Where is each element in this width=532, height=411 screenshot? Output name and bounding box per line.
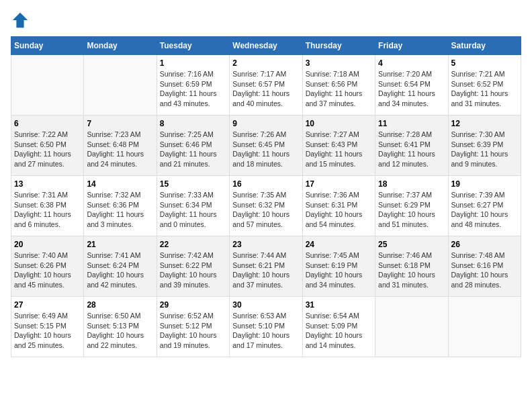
column-header-thursday: Thursday bbox=[302, 37, 375, 55]
calendar-cell: 3Sunrise: 7:18 AM Sunset: 6:56 PM Daylig… bbox=[302, 55, 375, 116]
day-info: Sunrise: 7:18 AM Sunset: 6:56 PM Dayligh… bbox=[306, 69, 372, 109]
day-number: 12 bbox=[451, 119, 518, 128]
column-header-sunday: Sunday bbox=[11, 37, 84, 55]
day-number: 22 bbox=[160, 240, 226, 249]
calendar-cell: 26Sunrise: 7:48 AM Sunset: 6:16 PM Dayli… bbox=[448, 236, 521, 297]
calendar-cell: 29Sunrise: 6:52 AM Sunset: 5:12 PM Dayli… bbox=[157, 297, 229, 357]
calendar-cell: 24Sunrise: 7:45 AM Sunset: 6:19 PM Dayli… bbox=[302, 236, 375, 297]
day-info: Sunrise: 7:27 AM Sunset: 6:43 PM Dayligh… bbox=[306, 130, 372, 169]
calendar-cell: 10Sunrise: 7:27 AM Sunset: 6:43 PM Dayli… bbox=[302, 116, 375, 176]
day-number: 28 bbox=[87, 300, 153, 310]
day-number: 14 bbox=[87, 179, 153, 189]
day-number: 27 bbox=[14, 300, 81, 310]
day-number: 15 bbox=[160, 179, 226, 189]
calendar-cell: 18Sunrise: 7:37 AM Sunset: 6:29 PM Dayli… bbox=[375, 176, 448, 236]
calendar-cell: 23Sunrise: 7:44 AM Sunset: 6:21 PM Dayli… bbox=[230, 236, 302, 297]
day-number: 29 bbox=[160, 300, 226, 310]
calendar-week-row: 13Sunrise: 7:31 AM Sunset: 6:38 PM Dayli… bbox=[11, 176, 521, 236]
day-info: Sunrise: 7:35 AM Sunset: 6:32 PM Dayligh… bbox=[232, 190, 299, 230]
day-number: 17 bbox=[306, 179, 372, 189]
day-info: Sunrise: 7:31 AM Sunset: 6:38 PM Dayligh… bbox=[14, 190, 81, 230]
calendar-cell: 2Sunrise: 7:17 AM Sunset: 6:57 PM Daylig… bbox=[230, 55, 302, 116]
day-info: Sunrise: 7:26 AM Sunset: 6:45 PM Dayligh… bbox=[232, 130, 299, 169]
day-info: Sunrise: 7:28 AM Sunset: 6:41 PM Dayligh… bbox=[378, 130, 445, 169]
day-info: Sunrise: 6:50 AM Sunset: 5:13 PM Dayligh… bbox=[87, 311, 153, 351]
calendar-cell: 19Sunrise: 7:39 AM Sunset: 6:27 PM Dayli… bbox=[448, 176, 521, 236]
calendar-cell: 5Sunrise: 7:21 AM Sunset: 6:52 PM Daylig… bbox=[448, 55, 521, 116]
calendar-cell: 16Sunrise: 7:35 AM Sunset: 6:32 PM Dayli… bbox=[230, 176, 302, 236]
day-number: 20 bbox=[14, 240, 81, 249]
calendar-week-row: 6Sunrise: 7:22 AM Sunset: 6:50 PM Daylig… bbox=[11, 116, 521, 176]
day-number: 24 bbox=[306, 240, 372, 249]
calendar-cell bbox=[84, 55, 157, 116]
day-number: 25 bbox=[378, 240, 445, 249]
day-number: 3 bbox=[306, 58, 372, 68]
logo bbox=[11, 11, 32, 30]
calendar-cell bbox=[11, 55, 84, 116]
day-info: Sunrise: 7:48 AM Sunset: 6:16 PM Dayligh… bbox=[451, 250, 518, 290]
day-info: Sunrise: 7:21 AM Sunset: 6:52 PM Dayligh… bbox=[451, 69, 518, 109]
svg-marker-0 bbox=[13, 13, 28, 28]
calendar-cell: 21Sunrise: 7:41 AM Sunset: 6:24 PM Dayli… bbox=[84, 236, 157, 297]
day-info: Sunrise: 7:36 AM Sunset: 6:31 PM Dayligh… bbox=[306, 190, 372, 230]
calendar-cell: 9Sunrise: 7:26 AM Sunset: 6:45 PM Daylig… bbox=[230, 116, 302, 176]
day-number: 10 bbox=[306, 119, 372, 128]
calendar-cell: 28Sunrise: 6:50 AM Sunset: 5:13 PM Dayli… bbox=[84, 297, 157, 357]
column-header-tuesday: Tuesday bbox=[157, 37, 229, 55]
calendar-week-row: 27Sunrise: 6:49 AM Sunset: 5:15 PM Dayli… bbox=[11, 297, 521, 357]
day-number: 13 bbox=[14, 179, 81, 189]
day-info: Sunrise: 7:40 AM Sunset: 6:26 PM Dayligh… bbox=[14, 250, 81, 290]
day-number: 19 bbox=[451, 179, 518, 189]
day-number: 18 bbox=[378, 179, 445, 189]
day-number: 4 bbox=[378, 58, 445, 68]
day-info: Sunrise: 7:20 AM Sunset: 6:54 PM Dayligh… bbox=[378, 69, 445, 109]
day-number: 30 bbox=[232, 300, 299, 310]
day-number: 5 bbox=[451, 58, 518, 68]
day-info: Sunrise: 7:25 AM Sunset: 6:46 PM Dayligh… bbox=[160, 130, 226, 169]
calendar-cell: 6Sunrise: 7:22 AM Sunset: 6:50 PM Daylig… bbox=[11, 116, 84, 176]
calendar-cell: 31Sunrise: 6:54 AM Sunset: 5:09 PM Dayli… bbox=[302, 297, 375, 357]
calendar-cell: 8Sunrise: 7:25 AM Sunset: 6:46 PM Daylig… bbox=[157, 116, 229, 176]
calendar-week-row: 1Sunrise: 7:16 AM Sunset: 6:59 PM Daylig… bbox=[11, 55, 521, 116]
calendar-cell: 4Sunrise: 7:20 AM Sunset: 6:54 PM Daylig… bbox=[375, 55, 448, 116]
day-info: Sunrise: 7:39 AM Sunset: 6:27 PM Dayligh… bbox=[451, 190, 518, 230]
calendar-cell: 1Sunrise: 7:16 AM Sunset: 6:59 PM Daylig… bbox=[157, 55, 229, 116]
day-info: Sunrise: 7:46 AM Sunset: 6:18 PM Dayligh… bbox=[378, 250, 445, 290]
day-number: 1 bbox=[160, 58, 226, 68]
column-header-monday: Monday bbox=[84, 37, 157, 55]
calendar-table: SundayMondayTuesdayWednesdayThursdayFrid… bbox=[11, 36, 521, 357]
day-info: Sunrise: 6:52 AM Sunset: 5:12 PM Dayligh… bbox=[160, 311, 226, 351]
day-number: 11 bbox=[378, 119, 445, 128]
calendar-cell: 12Sunrise: 7:30 AM Sunset: 6:39 PM Dayli… bbox=[448, 116, 521, 176]
column-header-wednesday: Wednesday bbox=[230, 37, 302, 55]
calendar-header-row: SundayMondayTuesdayWednesdayThursdayFrid… bbox=[11, 37, 521, 55]
calendar-cell: 15Sunrise: 7:33 AM Sunset: 6:34 PM Dayli… bbox=[157, 176, 229, 236]
day-info: Sunrise: 6:53 AM Sunset: 5:10 PM Dayligh… bbox=[232, 311, 299, 351]
day-number: 21 bbox=[87, 240, 153, 249]
calendar-cell bbox=[375, 297, 448, 357]
day-number: 8 bbox=[160, 119, 226, 128]
calendar-cell: 13Sunrise: 7:31 AM Sunset: 6:38 PM Dayli… bbox=[11, 176, 84, 236]
day-info: Sunrise: 7:30 AM Sunset: 6:39 PM Dayligh… bbox=[451, 130, 518, 169]
calendar-cell: 7Sunrise: 7:23 AM Sunset: 6:48 PM Daylig… bbox=[84, 116, 157, 176]
calendar-cell: 22Sunrise: 7:42 AM Sunset: 6:22 PM Dayli… bbox=[157, 236, 229, 297]
day-info: Sunrise: 6:54 AM Sunset: 5:09 PM Dayligh… bbox=[306, 311, 372, 351]
logo-icon bbox=[11, 11, 30, 30]
day-number: 16 bbox=[232, 179, 299, 189]
calendar-cell: 27Sunrise: 6:49 AM Sunset: 5:15 PM Dayli… bbox=[11, 297, 84, 357]
day-info: Sunrise: 7:32 AM Sunset: 6:36 PM Dayligh… bbox=[87, 190, 153, 230]
column-header-friday: Friday bbox=[375, 37, 448, 55]
day-info: Sunrise: 7:42 AM Sunset: 6:22 PM Dayligh… bbox=[160, 250, 226, 290]
calendar-cell: 11Sunrise: 7:28 AM Sunset: 6:41 PM Dayli… bbox=[375, 116, 448, 176]
day-info: Sunrise: 7:37 AM Sunset: 6:29 PM Dayligh… bbox=[378, 190, 445, 230]
calendar-cell: 30Sunrise: 6:53 AM Sunset: 5:10 PM Dayli… bbox=[230, 297, 302, 357]
day-info: Sunrise: 7:41 AM Sunset: 6:24 PM Dayligh… bbox=[87, 250, 153, 290]
day-info: Sunrise: 7:44 AM Sunset: 6:21 PM Dayligh… bbox=[232, 250, 299, 290]
day-number: 31 bbox=[306, 300, 372, 310]
day-info: Sunrise: 7:33 AM Sunset: 6:34 PM Dayligh… bbox=[160, 190, 226, 230]
calendar-cell: 14Sunrise: 7:32 AM Sunset: 6:36 PM Dayli… bbox=[84, 176, 157, 236]
day-number: 7 bbox=[87, 119, 153, 128]
calendar-cell: 20Sunrise: 7:40 AM Sunset: 6:26 PM Dayli… bbox=[11, 236, 84, 297]
day-number: 9 bbox=[232, 119, 299, 128]
page-header bbox=[11, 11, 521, 30]
